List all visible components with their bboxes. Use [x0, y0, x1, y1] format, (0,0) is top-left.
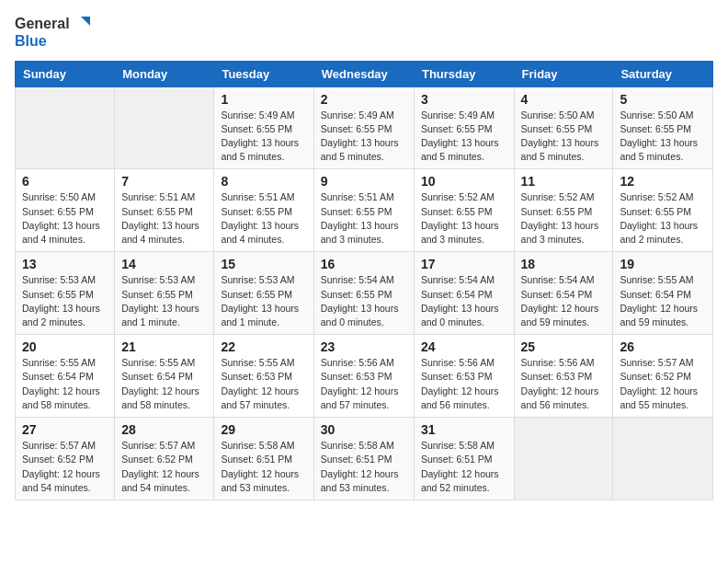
- day-number: 11: [521, 174, 607, 189]
- calendar-cell: 8Sunrise: 5:51 AM Sunset: 6:55 PM Daylig…: [214, 169, 313, 252]
- day-number: 10: [421, 174, 507, 189]
- weekday-header-tuesday: Tuesday: [214, 61, 313, 86]
- calendar-cell: 29Sunrise: 5:58 AM Sunset: 6:51 PM Dayli…: [214, 418, 313, 500]
- day-number: 20: [22, 339, 108, 354]
- calendar-cell: 21Sunrise: 5:55 AM Sunset: 6:54 PM Dayli…: [115, 335, 214, 418]
- calendar-week-5: 27Sunrise: 5:57 AM Sunset: 6:52 PM Dayli…: [16, 418, 713, 500]
- day-info: Sunrise: 5:51 AM Sunset: 6:55 PM Dayligh…: [121, 190, 207, 247]
- day-info: Sunrise: 5:58 AM Sunset: 6:51 PM Dayligh…: [321, 439, 407, 495]
- day-number: 27: [22, 422, 108, 437]
- weekday-header-row: SundayMondayTuesdayWednesdayThursdayFrid…: [16, 61, 713, 86]
- day-info: Sunrise: 5:52 AM Sunset: 6:55 PM Dayligh…: [421, 190, 507, 247]
- calendar-cell: 5Sunrise: 5:50 AM Sunset: 6:55 PM Daylig…: [613, 86, 713, 169]
- day-info: Sunrise: 5:55 AM Sunset: 6:54 PM Dayligh…: [22, 356, 108, 412]
- day-info: Sunrise: 5:54 AM Sunset: 6:54 PM Dayligh…: [521, 273, 607, 329]
- calendar-cell: 22Sunrise: 5:55 AM Sunset: 6:53 PM Dayli…: [214, 335, 313, 418]
- calendar-week-4: 20Sunrise: 5:55 AM Sunset: 6:54 PM Dayli…: [16, 335, 713, 418]
- calendar-cell: 17Sunrise: 5:54 AM Sunset: 6:54 PM Dayli…: [414, 252, 514, 335]
- day-info: Sunrise: 5:49 AM Sunset: 6:55 PM Dayligh…: [421, 109, 507, 165]
- day-info: Sunrise: 5:54 AM Sunset: 6:54 PM Dayligh…: [421, 273, 507, 329]
- day-number: 16: [321, 257, 407, 271]
- calendar-week-3: 13Sunrise: 5:53 AM Sunset: 6:55 PM Dayli…: [16, 252, 713, 335]
- calendar-cell: 27Sunrise: 5:57 AM Sunset: 6:52 PM Dayli…: [16, 418, 115, 500]
- day-number: 24: [421, 339, 507, 354]
- day-info: Sunrise: 5:51 AM Sunset: 6:55 PM Dayligh…: [321, 190, 407, 247]
- calendar-cell: [115, 86, 214, 169]
- calendar-cell: 18Sunrise: 5:54 AM Sunset: 6:54 PM Dayli…: [514, 252, 613, 335]
- calendar-cell: 3Sunrise: 5:49 AM Sunset: 6:55 PM Daylig…: [414, 86, 514, 169]
- calendar-cell: 14Sunrise: 5:53 AM Sunset: 6:55 PM Dayli…: [115, 252, 214, 335]
- calendar-cell: 7Sunrise: 5:51 AM Sunset: 6:55 PM Daylig…: [115, 169, 214, 252]
- calendar-cell: 4Sunrise: 5:50 AM Sunset: 6:55 PM Daylig…: [514, 86, 613, 169]
- logo-arrow-icon: [72, 15, 90, 33]
- page-header: General Blue: [15, 15, 713, 50]
- day-info: Sunrise: 5:53 AM Sunset: 6:55 PM Dayligh…: [221, 273, 306, 329]
- calendar-cell: [613, 418, 713, 500]
- calendar-cell: 1Sunrise: 5:49 AM Sunset: 6:55 PM Daylig…: [214, 86, 313, 169]
- day-number: 1: [221, 92, 306, 107]
- day-number: 4: [521, 92, 607, 107]
- day-number: 8: [221, 174, 306, 189]
- calendar-cell: 11Sunrise: 5:52 AM Sunset: 6:55 PM Dayli…: [514, 169, 613, 252]
- day-number: 18: [521, 257, 607, 271]
- day-info: Sunrise: 5:53 AM Sunset: 6:55 PM Dayligh…: [121, 273, 207, 329]
- calendar-cell: [16, 86, 115, 169]
- day-number: 26: [620, 339, 706, 354]
- day-number: 22: [221, 339, 306, 354]
- calendar-cell: 10Sunrise: 5:52 AM Sunset: 6:55 PM Dayli…: [414, 169, 514, 252]
- day-number: 21: [121, 339, 207, 354]
- calendar-table: SundayMondayTuesdayWednesdayThursdayFrid…: [15, 61, 713, 500]
- calendar-cell: 23Sunrise: 5:56 AM Sunset: 6:53 PM Dayli…: [313, 335, 414, 418]
- day-number: 31: [421, 422, 507, 437]
- day-info: Sunrise: 5:50 AM Sunset: 6:55 PM Dayligh…: [22, 190, 108, 247]
- logo-blue: Blue: [15, 33, 90, 50]
- calendar-cell: 28Sunrise: 5:57 AM Sunset: 6:52 PM Dayli…: [115, 418, 214, 500]
- day-info: Sunrise: 5:52 AM Sunset: 6:55 PM Dayligh…: [521, 190, 607, 247]
- calendar-cell: 16Sunrise: 5:54 AM Sunset: 6:55 PM Dayli…: [313, 252, 414, 335]
- day-info: Sunrise: 5:54 AM Sunset: 6:55 PM Dayligh…: [321, 273, 407, 329]
- day-number: 30: [321, 422, 407, 437]
- day-number: 29: [221, 422, 306, 437]
- day-number: 19: [620, 257, 706, 271]
- day-info: Sunrise: 5:56 AM Sunset: 6:53 PM Dayligh…: [521, 356, 607, 412]
- day-info: Sunrise: 5:57 AM Sunset: 6:52 PM Dayligh…: [22, 439, 108, 495]
- weekday-header-friday: Friday: [514, 61, 613, 86]
- day-number: 3: [421, 92, 507, 107]
- calendar-cell: 15Sunrise: 5:53 AM Sunset: 6:55 PM Dayli…: [214, 252, 313, 335]
- weekday-header-sunday: Sunday: [16, 61, 115, 86]
- day-info: Sunrise: 5:55 AM Sunset: 6:53 PM Dayligh…: [221, 356, 306, 412]
- calendar-week-1: 1Sunrise: 5:49 AM Sunset: 6:55 PM Daylig…: [16, 86, 713, 169]
- day-info: Sunrise: 5:55 AM Sunset: 6:54 PM Dayligh…: [620, 273, 706, 329]
- day-number: 6: [22, 174, 108, 189]
- logo: General Blue: [15, 15, 90, 50]
- day-number: 28: [121, 422, 207, 437]
- svg-marker-0: [81, 17, 90, 26]
- day-number: 9: [321, 174, 407, 189]
- day-info: Sunrise: 5:49 AM Sunset: 6:55 PM Dayligh…: [221, 109, 306, 165]
- calendar-cell: 25Sunrise: 5:56 AM Sunset: 6:53 PM Dayli…: [514, 335, 613, 418]
- day-info: Sunrise: 5:56 AM Sunset: 6:53 PM Dayligh…: [321, 356, 407, 412]
- logo-general: General: [15, 16, 70, 32]
- day-info: Sunrise: 5:57 AM Sunset: 6:52 PM Dayligh…: [620, 356, 706, 412]
- day-number: 23: [321, 339, 407, 354]
- calendar-cell: 12Sunrise: 5:52 AM Sunset: 6:55 PM Dayli…: [613, 169, 713, 252]
- day-number: 5: [620, 92, 706, 107]
- day-info: Sunrise: 5:50 AM Sunset: 6:55 PM Dayligh…: [521, 109, 607, 165]
- day-info: Sunrise: 5:58 AM Sunset: 6:51 PM Dayligh…: [421, 439, 507, 495]
- day-info: Sunrise: 5:50 AM Sunset: 6:55 PM Dayligh…: [620, 109, 706, 165]
- weekday-header-saturday: Saturday: [613, 61, 713, 86]
- day-info: Sunrise: 5:56 AM Sunset: 6:53 PM Dayligh…: [421, 356, 507, 412]
- calendar-cell: 20Sunrise: 5:55 AM Sunset: 6:54 PM Dayli…: [16, 335, 115, 418]
- calendar-cell: 24Sunrise: 5:56 AM Sunset: 6:53 PM Dayli…: [414, 335, 514, 418]
- day-info: Sunrise: 5:52 AM Sunset: 6:55 PM Dayligh…: [620, 190, 706, 247]
- day-info: Sunrise: 5:49 AM Sunset: 6:55 PM Dayligh…: [321, 109, 407, 165]
- calendar-cell: 31Sunrise: 5:58 AM Sunset: 6:51 PM Dayli…: [414, 418, 514, 500]
- weekday-header-monday: Monday: [115, 61, 214, 86]
- day-info: Sunrise: 5:55 AM Sunset: 6:54 PM Dayligh…: [121, 356, 207, 412]
- day-number: 2: [321, 92, 407, 107]
- day-number: 13: [22, 257, 108, 271]
- weekday-header-thursday: Thursday: [414, 61, 514, 86]
- day-number: 14: [121, 257, 207, 271]
- calendar-cell: 30Sunrise: 5:58 AM Sunset: 6:51 PM Dayli…: [313, 418, 414, 500]
- calendar-cell: 19Sunrise: 5:55 AM Sunset: 6:54 PM Dayli…: [613, 252, 713, 335]
